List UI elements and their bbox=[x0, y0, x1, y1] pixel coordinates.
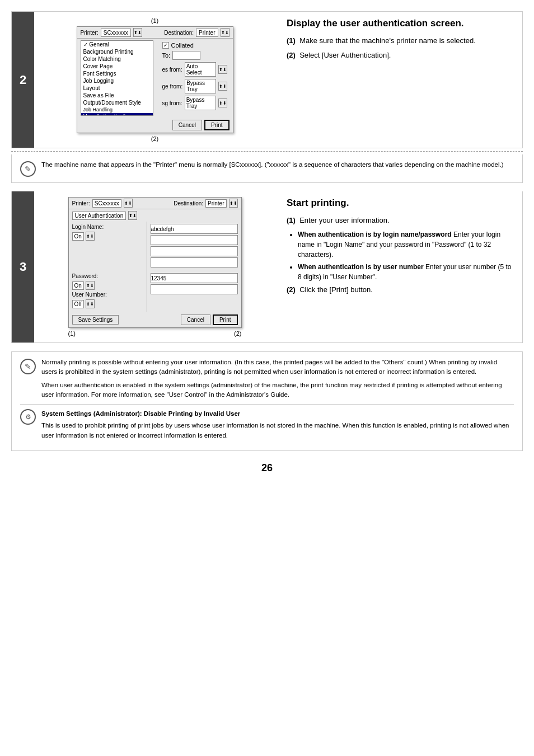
auth-dest-value: Printer bbox=[205, 199, 226, 208]
auth-print-button[interactable]: Print bbox=[213, 314, 238, 325]
auth-dialog-inner: Login Name: On ⬆⬇ Password: On bbox=[69, 222, 241, 312]
to-row: To: bbox=[159, 50, 231, 61]
menu-item-job-logging[interactable]: Job Logging bbox=[81, 77, 153, 84]
bottom-note-row-2: ⚙ System Settings (Administrator): Disab… bbox=[20, 409, 514, 440]
page: 2 (1) Printer: SCxxxxxx ⬆⬇ Destination: bbox=[0, 0, 534, 756]
login-name-label: Login Name: bbox=[72, 224, 104, 230]
step-2-right: Display the user authentication screen. … bbox=[281, 17, 517, 142]
step-2-number: 2 bbox=[12, 12, 34, 148]
bottom-note-text-2: System Settings (Administrator): Disable… bbox=[41, 409, 514, 440]
step3-label2: (2) bbox=[234, 330, 241, 337]
cancel-button[interactable]: Cancel bbox=[172, 120, 202, 130]
menu-item-output-doc[interactable]: Output/Document Style bbox=[81, 99, 153, 106]
settings-title: System Settings (Administrator): Disable… bbox=[41, 409, 514, 419]
pass-field-2[interactable] bbox=[151, 284, 238, 294]
bullet-item-1: When authentication is by login name/pas… bbox=[298, 229, 517, 260]
auth-dest-arrow[interactable]: ⬆⬇ bbox=[229, 199, 238, 208]
login-text-input[interactable] bbox=[151, 224, 238, 234]
text-field-4[interactable] bbox=[151, 257, 238, 267]
menu-list[interactable]: General Background Printing Color Matchi… bbox=[81, 40, 153, 116]
step-3-left: Printer: SCxxxxxx ⬆⬇ Destination: Printe… bbox=[40, 197, 270, 337]
pages-from-value: Auto Select bbox=[185, 62, 216, 77]
divider-1 bbox=[11, 151, 523, 152]
menu-item-font-settings[interactable]: Font Settings bbox=[81, 70, 153, 77]
msg-from-row: sg from: Bypass Tray ⬆⬇ bbox=[159, 95, 231, 111]
printer-dialog: Printer: SCxxxxxx ⬆⬇ Destination: Printe… bbox=[77, 26, 233, 133]
step3-bullet-list: When authentication is by login name/pas… bbox=[298, 229, 517, 282]
auth-printer-value: SCxxxxxx bbox=[92, 199, 121, 208]
password-arrow[interactable]: ⬆⬇ bbox=[86, 281, 95, 290]
page-from-value: Bypass Tray bbox=[185, 79, 216, 93]
pages-from-arrow[interactable]: ⬆⬇ bbox=[218, 65, 227, 74]
collated-row: ✓ Collated bbox=[159, 41, 231, 50]
step3-instruction-1: (1) Enter your user information. bbox=[287, 215, 517, 226]
page-from-arrow[interactable]: ⬆⬇ bbox=[218, 82, 227, 91]
password-value[interactable]: On bbox=[72, 281, 84, 290]
auth-cancel-button[interactable]: Cancel bbox=[181, 314, 210, 325]
bullet2-title: When authentication is by user number bbox=[298, 263, 424, 271]
msg-from-arrow[interactable]: ⬆⬇ bbox=[218, 98, 227, 107]
destination-arrow[interactable]: ⬆⬇ bbox=[221, 28, 229, 37]
page-from-label: ge from: bbox=[162, 83, 183, 90]
user-number-arrow[interactable]: ⬆⬇ bbox=[86, 299, 95, 308]
password-text-input[interactable] bbox=[151, 273, 238, 283]
step2-text-2: Select [User Authentication]. bbox=[299, 51, 391, 59]
collated-checkbox[interactable]: ✓ bbox=[162, 42, 169, 49]
step2-instruction-2: (2) Select [User Authentication]. bbox=[287, 50, 517, 61]
menu-item-general[interactable]: General bbox=[81, 41, 153, 48]
user-number-value-row: Off ⬆⬇ bbox=[72, 299, 143, 308]
bullet1-title: When authentication is by login name/pas… bbox=[298, 231, 452, 238]
menu-item-layout[interactable]: Layout bbox=[81, 84, 153, 92]
to-input[interactable] bbox=[172, 51, 200, 60]
collated-label: Collated bbox=[171, 42, 194, 49]
menu-item-user-auth[interactable]: User Authentication bbox=[81, 113, 153, 116]
bottom-note-text-1: Normally printing is possible without en… bbox=[41, 358, 514, 400]
dialog-header: Printer: SCxxxxxx ⬆⬇ Destination: Printe… bbox=[77, 27, 233, 39]
auth-spacer bbox=[72, 242, 143, 273]
text-field-3[interactable] bbox=[151, 246, 238, 256]
bottom-note-row-1: ✎ Normally printing is possible without … bbox=[20, 358, 514, 400]
user-number-value[interactable]: Off bbox=[72, 300, 84, 308]
step-3-title: Start printing. bbox=[287, 197, 517, 209]
to-label: To: bbox=[162, 52, 171, 59]
bottom-note-bullet-2: When user authentication is enabled in t… bbox=[41, 381, 514, 400]
bullet-item-2: When authentication is by user number En… bbox=[298, 262, 517, 282]
auth-dialog: Printer: SCxxxxxx ⬆⬇ Destination: Printe… bbox=[68, 197, 242, 328]
auth-tab-arrow[interactable]: ⬆⬇ bbox=[128, 211, 137, 220]
step-2-left: (1) Printer: SCxxxxxx ⬆⬇ Destination: Pr… bbox=[40, 17, 270, 142]
password-label: Password: bbox=[72, 273, 99, 279]
auth-printer-arrow[interactable]: ⬆⬇ bbox=[124, 199, 133, 208]
auth-tab-label[interactable]: User Authentication bbox=[72, 212, 127, 220]
step2-label1: (1) bbox=[151, 17, 158, 24]
auth-left-panel: Login Name: On ⬆⬇ Password: On bbox=[69, 222, 147, 312]
bottom-note-bullet-1: Normally printing is possible without en… bbox=[41, 358, 514, 377]
menu-item-bg-printing[interactable]: Background Printing bbox=[81, 48, 153, 55]
login-name-value-row: On ⬆⬇ bbox=[72, 232, 143, 241]
msg-from-value: Bypass Tray bbox=[185, 96, 216, 110]
step-2-content: (1) Printer: SCxxxxxx ⬆⬇ Destination: Pr… bbox=[34, 12, 522, 148]
print-button[interactable]: Print bbox=[204, 120, 229, 130]
login-name-value[interactable]: On bbox=[72, 232, 84, 241]
step2-label2: (2) bbox=[40, 135, 270, 142]
save-settings-button[interactable]: Save Settings bbox=[72, 315, 119, 325]
menu-item-color-matching[interactable]: Color Matching bbox=[81, 55, 153, 63]
dialog-buttons: Cancel Print bbox=[77, 118, 233, 133]
msg-from-label: sg from: bbox=[162, 100, 182, 106]
page-from-row: ge from: Bypass Tray ⬆⬇ bbox=[159, 78, 231, 95]
auth-bottom-row: Save Settings Cancel Print bbox=[69, 312, 241, 327]
printer-arrow[interactable]: ⬆⬇ bbox=[133, 28, 142, 37]
right-spacer bbox=[151, 269, 238, 273]
text-field-2[interactable] bbox=[151, 235, 238, 245]
menu-item-cover-page[interactable]: Cover Page bbox=[81, 63, 153, 70]
printer-value: SCxxxxxx bbox=[101, 29, 131, 37]
bottom-divider bbox=[20, 404, 514, 405]
login-name-arrow[interactable]: ⬆⬇ bbox=[86, 232, 95, 241]
step3-instruction-2: (2) Click the [Print] button. bbox=[287, 284, 517, 295]
settings-text: This is used to prohibit printing of pri… bbox=[41, 421, 514, 440]
step-3-content: Printer: SCxxxxxx ⬆⬇ Destination: Printe… bbox=[34, 191, 522, 342]
step3-text-2: Click the [Print] button. bbox=[299, 285, 373, 294]
menu-item-job-handling[interactable]: Job Handling bbox=[81, 106, 153, 113]
step2-instruction-1: (1) Make sure that the machine's printer… bbox=[287, 35, 517, 46]
step2-num-2: (2) bbox=[287, 51, 296, 59]
menu-item-save-as-file[interactable]: Save as File bbox=[81, 92, 153, 99]
